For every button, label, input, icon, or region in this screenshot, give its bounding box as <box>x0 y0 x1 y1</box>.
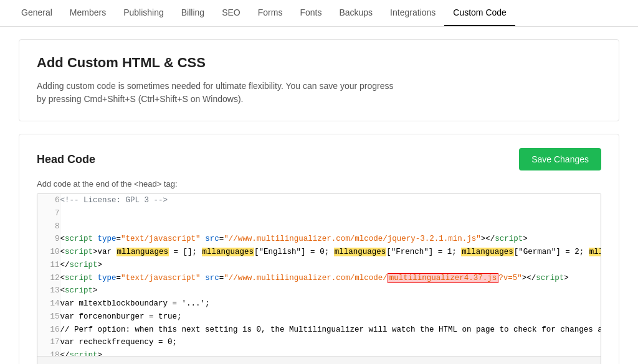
code-line-17: 17 var recheckfrequency = 0; <box>37 336 601 349</box>
nav-fonts[interactable]: Fonts <box>291 0 330 26</box>
nav-publishing[interactable]: Publishing <box>115 0 173 26</box>
nav-billing[interactable]: Billing <box>173 0 213 26</box>
custom-html-desc: Adding custom code is sometimes needed f… <box>37 80 601 106</box>
head-code-header: Head Code Save Changes <box>37 148 601 170</box>
code-line-12: 12 <script type="text/javascript" src="/… <box>37 272 601 285</box>
head-code-section: Head Code Save Changes Add code at the e… <box>19 134 619 364</box>
nav-integrations[interactable]: Integrations <box>381 0 444 26</box>
nav-seo[interactable]: SEO <box>213 0 249 26</box>
code-line-7: 7 <box>37 207 601 220</box>
code-line-16: 16 // Perf option: when this next settin… <box>37 324 601 337</box>
nav-custom-code[interactable]: Custom Code <box>444 0 515 26</box>
code-line-18: 18 </script> <box>37 349 601 356</box>
code-editor[interactable]: 6 <!-- License: GPL 3 --> 7 8 9 <box>37 194 601 364</box>
horizontal-scrollbar[interactable] <box>37 356 601 364</box>
custom-html-title: Add Custom HTML & CSS <box>37 55 601 71</box>
add-code-label: Add code at the end of the <head> tag: <box>37 179 601 189</box>
nav-general[interactable]: General <box>12 0 61 26</box>
nav-backups[interactable]: Backups <box>330 0 381 26</box>
code-table: 6 <!-- License: GPL 3 --> 7 8 9 <box>37 194 601 356</box>
save-changes-button[interactable]: Save Changes <box>519 148 601 170</box>
nav-members[interactable]: Members <box>61 0 115 26</box>
code-line-10: 10 <script>var mllanguages = []; mllangu… <box>37 246 601 259</box>
code-line-14: 14 var mltextblockboundary = '...'; <box>37 297 601 310</box>
nav-forms[interactable]: Forms <box>249 0 292 26</box>
code-line-9: 9 <script type="text/javascript" src="//… <box>37 233 601 246</box>
head-code-title: Head Code <box>37 153 95 166</box>
code-line-15: 15 var forcenonburger = true; <box>37 310 601 324</box>
custom-html-card: Add Custom HTML & CSS Adding custom code… <box>19 39 619 121</box>
code-line-13: 13 <script> <box>37 284 601 297</box>
code-line-11: 11 </script> <box>37 259 601 272</box>
main-content: Add Custom HTML & CSS Adding custom code… <box>0 27 638 364</box>
code-line-6: 6 <!-- License: GPL 3 --> <box>37 194 601 207</box>
top-nav: General Members Publishing Billing SEO F… <box>0 0 638 27</box>
code-editor-scroll[interactable]: 6 <!-- License: GPL 3 --> 7 8 9 <box>37 194 601 356</box>
code-line-8: 8 <box>37 220 601 233</box>
